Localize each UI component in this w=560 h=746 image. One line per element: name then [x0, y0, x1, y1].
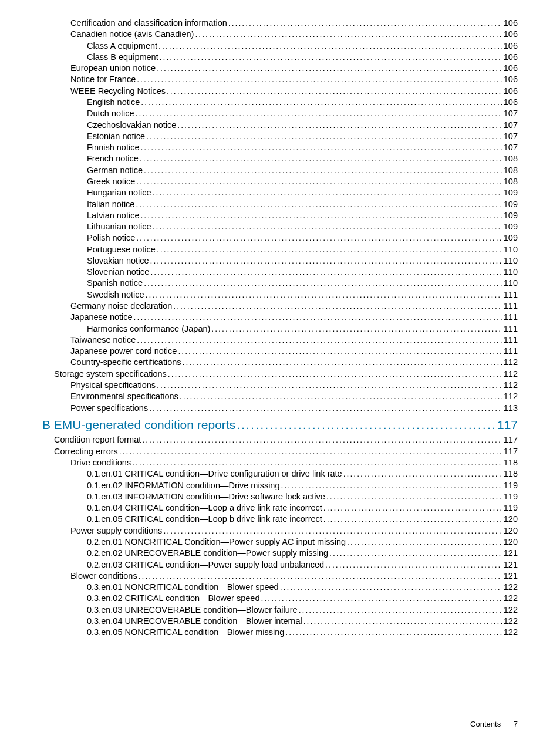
toc-entry-label: Latvian notice: [87, 210, 139, 221]
toc-leader-dots: [134, 312, 502, 323]
footer-label: Contents: [470, 720, 501, 728]
toc-entry-page: 106: [504, 97, 518, 108]
toc-entry-label: 0.3.en.04 UNRECOVERABLE condition—Blower…: [87, 616, 302, 627]
toc-entry-label: Blower conditions: [70, 571, 137, 582]
toc-entry-label: Power supply conditions: [70, 525, 162, 536]
toc-entry-page: 121: [504, 548, 518, 559]
toc-entry-page: 118: [504, 468, 518, 480]
toc-entry-label: Notice for France: [70, 74, 136, 85]
toc-entry-label: 0.1.en.04 CRITICAL condition—Loop a driv…: [87, 502, 322, 514]
toc-entry-page: 109: [504, 199, 518, 210]
toc-entry: 0.3.en.05 NONCRITICAL condition—Blower m…: [42, 627, 518, 638]
toc-entry: Greek notice108: [42, 176, 518, 187]
toc-entry-label: Hungarian notice: [87, 187, 151, 198]
toc-leader-dots: [280, 582, 502, 593]
toc-entry-page: 112: [504, 391, 518, 402]
toc-entry: Canadien notice (avis Canadien)106: [42, 29, 518, 40]
toc-leader-dots: [140, 142, 502, 153]
toc-entry-label: Japanese power cord notice: [70, 346, 177, 357]
toc-entry: Finnish notice107: [42, 142, 518, 153]
toc-entry-label: Certification and classification informa…: [70, 18, 227, 29]
toc-entry-page: 107: [504, 131, 518, 142]
toc-entry: Japanese power cord notice111: [42, 346, 518, 357]
toc-entry-label: Physical specifications: [70, 380, 156, 391]
toc-entry-page: 109: [504, 221, 518, 232]
toc-leader-dots: [173, 301, 502, 312]
toc-entry-page: 117: [504, 434, 518, 445]
toc-entry: Power supply conditions120: [42, 525, 518, 536]
toc-entry: 0.1.en.01 CRITICAL condition—Drive confi…: [42, 468, 518, 480]
toc-entry: English notice106: [42, 97, 518, 108]
toc-entry-page: 106: [504, 18, 518, 29]
toc-entry: Dutch notice107: [42, 108, 518, 119]
toc-entry: Physical specifications112: [42, 380, 518, 391]
toc-entry-label: Greek notice: [87, 176, 135, 187]
toc-entry-label: German notice: [87, 165, 143, 176]
toc-entry: Class A equipment106: [42, 40, 518, 52]
toc-entry-label: Estonian notice: [87, 131, 145, 142]
toc-entry-page: 107: [504, 142, 518, 153]
toc-leader-dots: [158, 40, 502, 52]
toc-entry-page: 111: [504, 323, 518, 335]
toc-entry-label: Drive conditions: [70, 457, 131, 468]
toc-entry-page: 112: [504, 357, 518, 368]
toc-leader-dots: [323, 514, 502, 525]
toc-entry-page: 120: [504, 536, 518, 548]
toc-leader-dots: [144, 165, 502, 176]
toc-entry-page: 108: [504, 153, 518, 164]
toc-entry: Spanish notice110: [42, 278, 518, 289]
toc-leader-dots: [347, 536, 502, 548]
toc-leader-dots: [323, 502, 502, 514]
toc-entry-page: 121: [504, 559, 518, 571]
toc-entry-page: 122: [504, 593, 518, 604]
toc-entry: Polish notice109: [42, 232, 518, 244]
toc-entry-page: 108: [504, 165, 518, 176]
toc-entry-page: 110: [504, 266, 518, 278]
toc-entry-label: Environmental specifications: [70, 391, 178, 402]
toc-leader-dots: [329, 548, 502, 559]
toc-entry-label: Country-specific certifications: [70, 357, 181, 368]
toc-leader-dots: [281, 480, 502, 491]
toc-entry-page: 110: [504, 244, 518, 255]
toc-leader-dots: [144, 278, 502, 289]
toc-leader-dots: [119, 446, 502, 457]
toc-entry: 0.1.en.03 INFORMATION condition—Drive so…: [42, 491, 518, 502]
page-footer: Contents 7: [470, 720, 518, 728]
toc-entry-page: 119: [504, 480, 518, 491]
toc-entry-page: 106: [504, 29, 518, 40]
toc-leader-dots: [261, 593, 502, 604]
toc-leader-dots: [180, 391, 502, 402]
toc-leader-dots: [137, 335, 502, 346]
toc-leader-dots: [157, 380, 502, 391]
toc-entry-page: 110: [504, 278, 518, 289]
toc-entry: Japanese notice111: [42, 312, 518, 323]
toc-entry-page: 121: [504, 571, 518, 582]
toc-entry-page: 120: [504, 514, 518, 525]
toc-entry: 0.1.en.05 CRITICAL condition—Loop b driv…: [42, 514, 518, 525]
toc-entry-page: 107: [504, 120, 518, 131]
toc-leader-dots: [153, 221, 502, 232]
toc-entry: WEEE Recycling Notices106: [42, 86, 518, 97]
toc-entry-page: 122: [504, 616, 518, 627]
toc-entry-label: Class B equipment: [87, 52, 158, 63]
toc-leader-dots: [299, 605, 502, 616]
toc-entry-page: 111: [504, 346, 518, 357]
toc-entry-page: 117: [504, 446, 518, 457]
toc-entry-label: 0.1.en.02 INFORMATION condition—Drive mi…: [87, 480, 280, 491]
toc-leader-dots: [303, 616, 502, 627]
toc-entry: Swedish notice111: [42, 289, 518, 301]
toc-entry-label: Czechoslovakian notice: [87, 120, 176, 131]
toc-entry-label: WEEE Recycling Notices: [70, 86, 166, 97]
toc-entry-page: 106: [504, 63, 518, 74]
toc-entry-label: 0.3.en.03 UNRECOVERABLE condition—Blower…: [87, 605, 298, 616]
toc-leader-dots: [149, 403, 502, 414]
toc-entry-page: 109: [504, 232, 518, 244]
toc-entry-label: Japanese notice: [70, 312, 133, 323]
toc-leader-dots: [140, 153, 502, 164]
toc-entry-label: Storage system specifications: [54, 369, 167, 380]
toc-entry: Lithuanian notice109: [42, 221, 518, 232]
toc-leader-dots: [183, 357, 502, 368]
toc-leader-dots: [146, 131, 502, 142]
toc-entry-label: French notice: [87, 153, 139, 164]
toc-entry-page: 111: [504, 335, 518, 346]
